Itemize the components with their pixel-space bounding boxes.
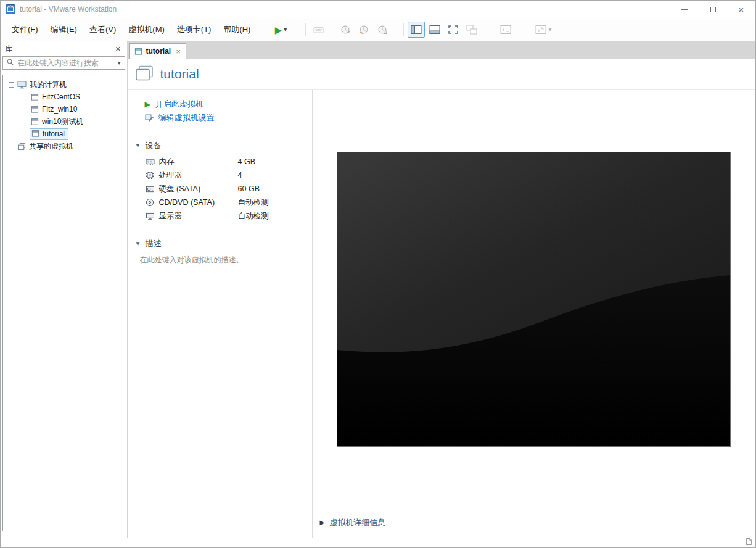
tree-item-my-computer[interactable]: 我的计算机 <box>3 78 125 91</box>
keyboard-icon <box>313 26 324 34</box>
tree-item-label: FitzCentOS <box>42 93 80 101</box>
library-panel-icon <box>411 25 422 35</box>
library-header: 库 × <box>1 41 127 56</box>
chevron-down-icon: ▼ <box>135 241 141 247</box>
snapshot-manager-icon <box>377 25 387 35</box>
tab-tutorial[interactable]: tutorial × <box>129 43 186 59</box>
library-sidebar: 库 × ▾ 我的计算机 <box>1 41 128 538</box>
snapshot-clock-icon <box>340 25 350 35</box>
tree-item-tutorial[interactable]: tutorial <box>3 128 125 140</box>
vm-tab-icon <box>134 48 142 56</box>
menu-file[interactable]: 文件(F) <box>6 22 44 38</box>
caret-down-icon: ▾ <box>284 27 287 33</box>
main-area: tutorial × tutorial ▶ 开启此虚拟机 <box>128 41 755 538</box>
minimize-button[interactable] <box>670 1 699 18</box>
status-message-icon[interactable] <box>746 538 752 547</box>
console-icon <box>500 25 511 35</box>
device-row-display[interactable]: 显示器 自动检测 <box>145 209 306 223</box>
library-close-button[interactable]: × <box>113 44 123 53</box>
menu-help[interactable]: 帮助(H) <box>217 22 257 38</box>
unity-mode-button[interactable] <box>463 22 480 38</box>
caret-down-icon: ▾ <box>548 27 551 33</box>
menu-toolbar-row: 文件(F) 编辑(E) 查看(V) 虚拟机(M) 选项卡(T) 帮助(H) ▶ … <box>1 18 755 41</box>
power-on-vm-link[interactable]: ▶ 开启此虚拟机 <box>145 98 306 111</box>
menu-view[interactable]: 查看(V) <box>83 22 122 38</box>
device-label: 硬盘 (SATA) <box>159 184 238 194</box>
vm-summary-content: ▶ 开启此虚拟机 编辑虚拟机设置 ▼ 设备 <box>128 90 755 538</box>
menu-tabs[interactable]: 选项卡(T) <box>171 22 218 38</box>
vmware-logo-icon <box>6 4 15 14</box>
vm-preview-pane: ▶ 虚拟机详细信息 <box>313 90 755 538</box>
vm-icon <box>31 106 39 114</box>
vm-icon <box>31 118 39 126</box>
stretch-icon <box>535 25 546 35</box>
search-input[interactable] <box>17 59 113 67</box>
vm-details-label: 虚拟机详细信息 <box>329 517 385 528</box>
section-divider <box>135 135 306 135</box>
fullscreen-icon <box>448 25 459 35</box>
tree-item-label: 我的计算机 <box>30 80 67 90</box>
unity-icon <box>466 25 477 35</box>
device-row-processors[interactable]: 处理器 4 <box>145 168 306 182</box>
menu-vm[interactable]: 虚拟机(M) <box>122 22 171 38</box>
tree-item-label: Fitz_win10 <box>42 105 77 114</box>
snapshot-manager-button[interactable] <box>374 22 391 38</box>
device-label: 内存 <box>159 157 238 167</box>
toolbar-separator <box>403 23 404 36</box>
toolbar-separator <box>493 23 493 36</box>
device-row-memory[interactable]: 内存 4 GB <box>145 155 306 168</box>
tree-item-fitz-win10[interactable]: Fitz_win10 <box>3 103 125 115</box>
full-screen-button[interactable] <box>445 22 462 38</box>
search-dropdown-icon[interactable]: ▾ <box>116 60 123 66</box>
device-label: 处理器 <box>159 170 238 181</box>
maximize-icon <box>710 7 716 12</box>
close-button[interactable]: × <box>727 1 755 18</box>
section-divider <box>135 233 306 233</box>
tree-item-label: 共享的虚拟机 <box>29 141 73 152</box>
description-section-title: 描述 <box>145 238 161 249</box>
send-ctrl-alt-del-button[interactable] <box>310 22 327 38</box>
show-library-button[interactable] <box>408 22 425 38</box>
tree-item-fitzcentos[interactable]: FitzCentOS <box>3 91 125 103</box>
free-stretch-button[interactable]: ▾ <box>531 22 556 38</box>
device-row-hard-disk[interactable]: 硬盘 (SATA) 60 GB <box>145 182 306 196</box>
library-tree: 我的计算机 FitzCentOS Fitz_win10 <box>2 75 125 531</box>
titlebar: tutorial - VMware Workstation × <box>1 1 755 18</box>
revert-clock-icon <box>359 25 369 35</box>
tree-item-shared-vms[interactable]: 共享的虚拟机 <box>3 140 125 152</box>
vm-screen-preview[interactable] <box>337 152 731 447</box>
vm-icon <box>31 130 39 138</box>
tab-close-icon[interactable]: × <box>175 48 181 56</box>
library-title: 库 <box>5 44 12 54</box>
edit-vm-settings-link[interactable]: 编辑虚拟机设置 <box>145 111 306 125</box>
toolbar-separator <box>305 23 306 36</box>
display-icon <box>145 212 155 220</box>
maximize-button[interactable] <box>699 1 727 18</box>
devices-section-title: 设备 <box>145 140 161 151</box>
show-thumbnail-bar-button[interactable] <box>426 22 443 38</box>
devices-section-header[interactable]: ▼ 设备 <box>135 139 306 152</box>
device-label: CD/DVD (SATA) <box>159 198 238 207</box>
console-view-button[interactable] <box>497 22 514 38</box>
window-controls: × <box>670 1 755 18</box>
close-icon: × <box>739 5 744 14</box>
console-preview-area <box>313 90 755 508</box>
tree-item-win10-test[interactable]: win10测试机 <box>3 115 125 128</box>
thumbnail-bar-icon <box>429 25 440 35</box>
revert-snapshot-button[interactable] <box>355 22 372 38</box>
tree-expander-icon[interactable] <box>9 82 14 88</box>
vm-icon <box>31 93 39 101</box>
description-placeholder[interactable]: 在此处键入对该虚拟机的描述。 <box>140 255 306 265</box>
take-snapshot-button[interactable] <box>337 22 354 38</box>
edit-settings-icon <box>145 114 154 122</box>
computer-icon <box>17 81 27 89</box>
menu-edit[interactable]: 编辑(E) <box>44 22 83 38</box>
tree-selection: tutorial <box>30 128 68 140</box>
device-row-cd-dvd[interactable]: CD/DVD (SATA) 自动检测 <box>145 196 306 209</box>
vm-details-toggle[interactable]: ▶ 虚拟机详细信息 <box>313 508 755 538</box>
power-on-button[interactable]: ▶ ▾ <box>268 22 293 38</box>
device-value: 60 GB <box>238 185 260 193</box>
library-search-box: ▾ <box>2 56 125 70</box>
description-section-header[interactable]: ▼ 描述 <box>135 238 306 250</box>
cd-dvd-icon <box>145 198 155 207</box>
